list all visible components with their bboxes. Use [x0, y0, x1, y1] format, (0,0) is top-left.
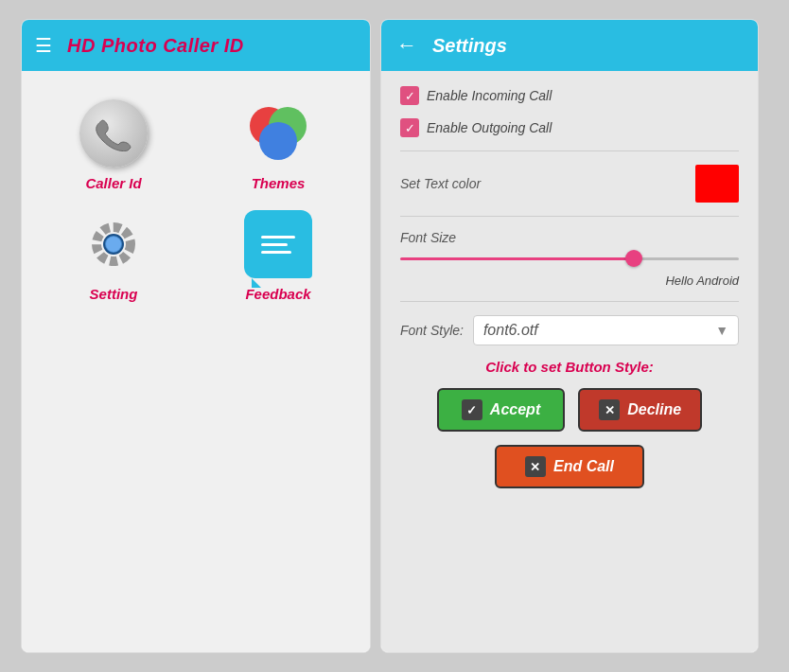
accept-icon: ✓ [462, 399, 482, 420]
hamburger-icon[interactable]: ☰ [35, 34, 52, 57]
slider-preview: Hello Android [400, 274, 739, 288]
accept-decline-row: ✓ Accept ✕ Decline [400, 388, 739, 432]
slider-track [400, 257, 739, 260]
feedback-icon [244, 210, 312, 278]
enable-outgoing-row: ✓ Enable Outgoing Call [400, 118, 739, 137]
enable-incoming-row: ✓ Enable Incoming Call [400, 86, 739, 105]
left-grid: Caller Id Themes [22, 71, 370, 652]
grid-item-caller-id[interactable]: Caller Id [41, 99, 186, 191]
divider-3 [400, 301, 739, 302]
slider-thumb[interactable] [625, 250, 642, 267]
setting-icon [79, 210, 148, 278]
enable-outgoing-label: Enable Outgoing Call [427, 120, 552, 135]
feedback-label: Feedback [245, 286, 310, 302]
themes-icon [244, 99, 312, 168]
end-call-icon: ✕ [525, 456, 546, 477]
decline-icon: ✕ [599, 399, 620, 420]
settings-body: ✓ Enable Incoming Call ✓ Enable Outgoing… [381, 71, 758, 652]
svg-point-2 [259, 122, 297, 160]
font-size-row: Font Size Hello Android [400, 230, 739, 288]
accept-label: Accept [490, 401, 540, 418]
themes-label: Themes [252, 175, 306, 191]
settings-title: Settings [432, 35, 507, 57]
accept-button[interactable]: ✓ Accept [437, 388, 565, 432]
font-style-value: font6.otf [483, 322, 538, 339]
enable-incoming-checkbox[interactable]: ✓ [400, 86, 419, 105]
app-title: HD Photo Caller ID [67, 35, 244, 57]
decline-button[interactable]: ✕ Decline [578, 388, 702, 432]
end-call-button[interactable]: ✕ End Call [495, 445, 644, 488]
setting-label: Setting [90, 286, 138, 302]
divider-2 [400, 216, 739, 217]
text-color-row: Set Text color [400, 165, 739, 203]
font-style-label: Font Style: [400, 323, 464, 338]
left-header: ☰ HD Photo Caller ID [22, 20, 370, 71]
right-panel: ← Settings ✓ Enable Incoming Call ✓ Enab… [380, 19, 759, 653]
button-style-title: Click to set Button Style: [400, 359, 739, 375]
end-call-row: ✕ End Call [400, 445, 739, 488]
text-color-label: Set Text color [400, 176, 481, 191]
decline-label: Decline [627, 401, 681, 418]
color-swatch[interactable] [695, 165, 739, 203]
right-header: ← Settings [381, 20, 758, 71]
left-panel: ☰ HD Photo Caller ID Caller Id [21, 19, 371, 653]
end-call-label: End Call [553, 458, 614, 475]
chevron-down-icon: ▼ [715, 323, 728, 338]
grid-item-feedback[interactable]: Feedback [205, 210, 351, 302]
grid-item-setting[interactable]: Setting [41, 210, 186, 302]
enable-outgoing-checkbox[interactable]: ✓ [400, 118, 419, 137]
divider-1 [400, 150, 739, 151]
svg-point-5 [106, 237, 121, 252]
enable-incoming-label: Enable Incoming Call [427, 88, 552, 103]
back-icon[interactable]: ← [396, 33, 417, 58]
grid-item-themes[interactable]: Themes [205, 99, 351, 191]
font-size-label: Font Size [400, 230, 739, 245]
font-style-select[interactable]: font6.otf ▼ [473, 315, 739, 345]
font-size-slider-container [400, 249, 739, 268]
font-style-row: Font Style: font6.otf ▼ [400, 315, 739, 345]
caller-id-icon [79, 99, 148, 168]
caller-id-label: Caller Id [85, 175, 141, 191]
